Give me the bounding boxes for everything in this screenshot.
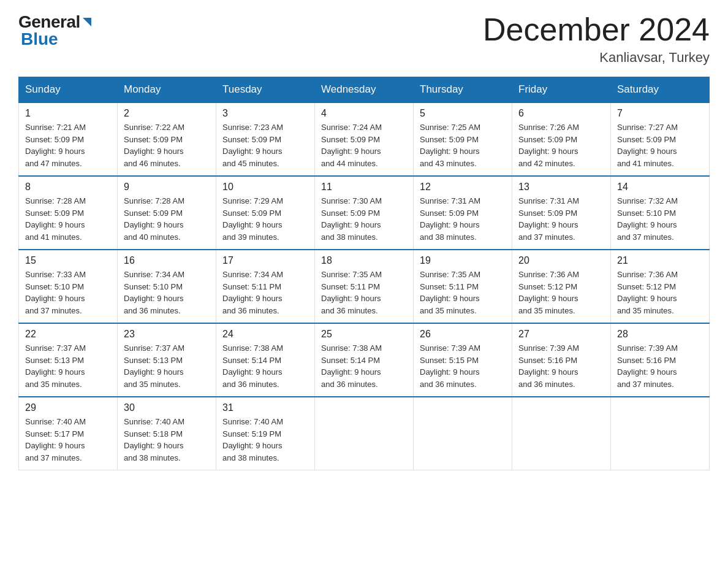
day-info: Sunrise: 7:40 AMSunset: 5:17 PMDaylight:… [25,416,111,464]
calendar-day-cell: 4Sunrise: 7:24 AMSunset: 5:09 PMDaylight… [315,102,414,176]
day-info: Sunrise: 7:24 AMSunset: 5:09 PMDaylight:… [321,121,407,169]
calendar-day-cell: 24Sunrise: 7:38 AMSunset: 5:14 PMDayligh… [216,323,315,397]
weekday-header-tuesday: Tuesday [216,77,315,103]
calendar-week-row: 29Sunrise: 7:40 AMSunset: 5:17 PMDayligh… [19,397,710,470]
calendar-week-row: 22Sunrise: 7:37 AMSunset: 5:13 PMDayligh… [19,323,710,397]
day-info: Sunrise: 7:22 AMSunset: 5:09 PMDaylight:… [124,121,210,169]
calendar-day-cell: 9Sunrise: 7:28 AMSunset: 5:09 PMDaylight… [118,176,216,250]
calendar-day-cell: 12Sunrise: 7:31 AMSunset: 5:09 PMDayligh… [414,176,512,250]
calendar-day-cell: 29Sunrise: 7:40 AMSunset: 5:17 PMDayligh… [19,397,118,470]
day-info: Sunrise: 7:35 AMSunset: 5:11 PMDaylight:… [321,269,407,316]
weekday-header-wednesday: Wednesday [315,77,414,103]
calendar-day-cell: 21Sunrise: 7:36 AMSunset: 5:12 PMDayligh… [611,250,710,323]
weekday-header-saturday: Saturday [611,77,710,103]
day-number: 28 [617,329,703,340]
day-info: Sunrise: 7:32 AMSunset: 5:10 PMDaylight:… [617,195,703,243]
day-info: Sunrise: 7:30 AMSunset: 5:09 PMDaylight:… [321,195,407,243]
day-number: 17 [222,255,308,266]
calendar-week-row: 15Sunrise: 7:33 AMSunset: 5:10 PMDayligh… [19,250,710,323]
weekday-header-friday: Friday [512,77,611,103]
calendar-empty-cell [611,397,710,470]
day-number: 31 [222,402,308,413]
day-info: Sunrise: 7:37 AMSunset: 5:13 PMDaylight:… [124,342,210,390]
day-info: Sunrise: 7:34 AMSunset: 5:11 PMDaylight:… [222,269,308,316]
weekday-header-sunday: Sunday [19,77,118,103]
logo: General Blue [18,12,94,49]
calendar-day-cell: 1Sunrise: 7:21 AMSunset: 5:09 PMDaylight… [19,102,118,176]
day-info: Sunrise: 7:37 AMSunset: 5:13 PMDaylight:… [25,342,111,390]
day-info: Sunrise: 7:28 AMSunset: 5:09 PMDaylight:… [124,195,210,243]
calendar-day-cell: 30Sunrise: 7:40 AMSunset: 5:18 PMDayligh… [118,397,216,470]
day-info: Sunrise: 7:33 AMSunset: 5:10 PMDaylight:… [25,269,111,316]
day-number: 22 [25,329,111,340]
calendar-day-cell: 3Sunrise: 7:23 AMSunset: 5:09 PMDaylight… [216,102,315,176]
day-number: 23 [124,329,210,340]
calendar-day-cell: 11Sunrise: 7:30 AMSunset: 5:09 PMDayligh… [315,176,414,250]
title-block: December 2024 Kanliavsar, Turkey [483,12,710,66]
day-info: Sunrise: 7:38 AMSunset: 5:14 PMDaylight:… [222,342,308,390]
day-number: 4 [321,108,407,119]
day-number: 24 [222,329,308,340]
day-info: Sunrise: 7:28 AMSunset: 5:09 PMDaylight:… [25,195,111,243]
location-title: Kanliavsar, Turkey [483,50,710,66]
calendar-empty-cell [512,397,611,470]
day-number: 25 [321,329,407,340]
day-number: 14 [617,182,703,193]
day-info: Sunrise: 7:36 AMSunset: 5:12 PMDaylight:… [617,269,703,316]
calendar-day-cell: 16Sunrise: 7:34 AMSunset: 5:10 PMDayligh… [118,250,216,323]
day-info: Sunrise: 7:31 AMSunset: 5:09 PMDaylight:… [420,195,506,243]
day-info: Sunrise: 7:29 AMSunset: 5:09 PMDaylight:… [222,195,308,243]
calendar-day-cell: 15Sunrise: 7:33 AMSunset: 5:10 PMDayligh… [19,250,118,323]
day-info: Sunrise: 7:26 AMSunset: 5:09 PMDaylight:… [518,121,604,169]
calendar-day-cell: 13Sunrise: 7:31 AMSunset: 5:09 PMDayligh… [512,176,611,250]
day-number: 18 [321,255,407,266]
svg-marker-0 [83,18,91,26]
day-number: 15 [25,255,111,266]
day-number: 16 [124,255,210,266]
day-number: 8 [25,182,111,193]
day-number: 30 [124,402,210,413]
day-info: Sunrise: 7:35 AMSunset: 5:11 PMDaylight:… [420,269,506,316]
calendar-day-cell: 20Sunrise: 7:36 AMSunset: 5:12 PMDayligh… [512,250,611,323]
calendar-day-cell: 19Sunrise: 7:35 AMSunset: 5:11 PMDayligh… [414,250,512,323]
day-number: 29 [25,402,111,413]
day-info: Sunrise: 7:39 AMSunset: 5:16 PMDaylight:… [518,342,604,390]
calendar-day-cell: 25Sunrise: 7:38 AMSunset: 5:14 PMDayligh… [315,323,414,397]
day-info: Sunrise: 7:34 AMSunset: 5:10 PMDaylight:… [124,269,210,316]
calendar-day-cell: 7Sunrise: 7:27 AMSunset: 5:09 PMDaylight… [611,102,710,176]
calendar-day-cell: 6Sunrise: 7:26 AMSunset: 5:09 PMDaylight… [512,102,611,176]
day-number: 26 [420,329,506,340]
day-info: Sunrise: 7:39 AMSunset: 5:15 PMDaylight:… [420,342,506,390]
day-number: 19 [420,255,506,266]
logo-arrow-icon [80,15,94,29]
day-number: 7 [617,108,703,119]
day-info: Sunrise: 7:25 AMSunset: 5:09 PMDaylight:… [420,121,506,169]
calendar-header-row: SundayMondayTuesdayWednesdayThursdayFrid… [19,77,710,103]
day-number: 12 [420,182,506,193]
day-info: Sunrise: 7:40 AMSunset: 5:19 PMDaylight:… [222,416,308,464]
calendar-day-cell: 5Sunrise: 7:25 AMSunset: 5:09 PMDaylight… [414,102,512,176]
day-info: Sunrise: 7:27 AMSunset: 5:09 PMDaylight:… [617,121,703,169]
day-number: 6 [518,108,604,119]
calendar-empty-cell [315,397,414,470]
day-info: Sunrise: 7:21 AMSunset: 5:09 PMDaylight:… [25,121,111,169]
calendar-day-cell: 31Sunrise: 7:40 AMSunset: 5:19 PMDayligh… [216,397,315,470]
weekday-header-monday: Monday [118,77,216,103]
day-number: 11 [321,182,407,193]
calendar-day-cell: 26Sunrise: 7:39 AMSunset: 5:15 PMDayligh… [414,323,512,397]
page-header: General Blue December 2024 Kanliavsar, T… [18,12,710,66]
day-number: 9 [124,182,210,193]
calendar-day-cell: 14Sunrise: 7:32 AMSunset: 5:10 PMDayligh… [611,176,710,250]
calendar-day-cell: 8Sunrise: 7:28 AMSunset: 5:09 PMDaylight… [19,176,118,250]
day-number: 10 [222,182,308,193]
calendar-empty-cell [414,397,512,470]
calendar-day-cell: 23Sunrise: 7:37 AMSunset: 5:13 PMDayligh… [118,323,216,397]
weekday-header-thursday: Thursday [414,77,512,103]
day-info: Sunrise: 7:39 AMSunset: 5:16 PMDaylight:… [617,342,703,390]
day-number: 13 [518,182,604,193]
day-number: 20 [518,255,604,266]
calendar-week-row: 1Sunrise: 7:21 AMSunset: 5:09 PMDaylight… [19,102,710,176]
calendar-day-cell: 10Sunrise: 7:29 AMSunset: 5:09 PMDayligh… [216,176,315,250]
month-title: December 2024 [483,12,710,47]
day-info: Sunrise: 7:36 AMSunset: 5:12 PMDaylight:… [518,269,604,316]
